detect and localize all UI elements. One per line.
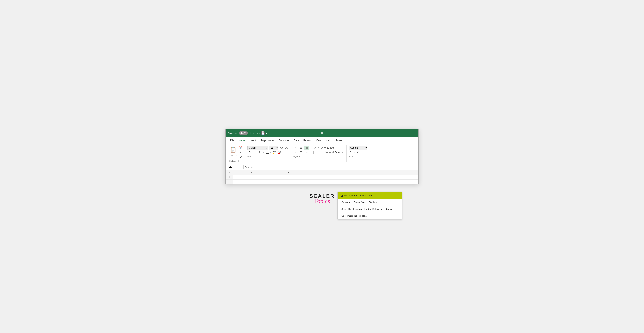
col-header-c[interactable]: C — [307, 170, 344, 175]
menu-data[interactable]: Data — [291, 138, 301, 143]
cancel-formula-button[interactable]: ✕ — [245, 165, 247, 168]
alignment-label: Alignment ⧉ — [293, 156, 344, 158]
redo-icon[interactable]: ↪ — [255, 131, 258, 135]
alignment-expand-icon[interactable]: ⧉ — [302, 156, 303, 158]
dollar-button[interactable]: $ — [348, 150, 353, 154]
percent-button[interactable]: % — [356, 150, 360, 154]
cell-e2[interactable] — [381, 180, 418, 184]
format-painter-button[interactable]: 🖌 — [238, 155, 244, 159]
increase-font-button[interactable]: A↑ — [279, 146, 284, 150]
number-label: Numb — [348, 156, 368, 158]
number-group: General $ ▾ % 9 Numb — [346, 145, 369, 162]
paste-button[interactable]: 📋 — [229, 146, 237, 154]
quick-access-toolbar: ↩ ▾ ↪ ▾ 💾 ▾ — [250, 131, 267, 135]
menu-help[interactable]: Help — [324, 138, 333, 143]
ribbon: 📋 Paste ▾ ✂️ ⧉ 🖌 Clipboard — [226, 144, 418, 164]
customize-qat-icon[interactable]: ▾ — [266, 132, 267, 134]
cell-d1[interactable] — [344, 175, 382, 180]
align-top-left-button[interactable]: ≡ — [293, 146, 298, 150]
formula-input[interactable] — [254, 165, 417, 169]
ctx-customize-qat[interactable]: Customize Quick Access Toolbar... — [338, 199, 402, 206]
menu-view[interactable]: View — [314, 138, 324, 143]
align-right-button[interactable]: ≡ — [304, 150, 309, 154]
alignment-group: ≡ ☰ ▤ ⤢ ▾ ⇌ Wrap Text ≡ ☰ ≡ ←| |→ ⊞ Me — [291, 145, 346, 162]
cell-c2[interactable] — [307, 180, 344, 184]
cell-d2[interactable] — [344, 180, 382, 184]
wrap-icon: ⇌ — [321, 146, 323, 149]
comma-button[interactable]: 9 — [361, 150, 366, 154]
menu-power[interactable]: Power — [333, 138, 345, 143]
italic-button[interactable]: I — [253, 150, 257, 154]
align-top-center-button[interactable]: ☰ — [299, 146, 304, 150]
copy-button[interactable]: ⧉ — [238, 150, 244, 154]
align-top-right-button[interactable]: ▤ — [304, 146, 309, 150]
col-header-d[interactable]: D — [344, 170, 382, 175]
align-center-button[interactable]: ☰ — [299, 150, 304, 154]
borders-button[interactable] — [265, 150, 270, 154]
insert-function-button[interactable]: fx — [251, 166, 252, 168]
underline-dropdown[interactable]: ▾ — [263, 151, 264, 153]
dollar-dropdown[interactable]: ▾ — [354, 151, 355, 153]
cell-a1[interactable] — [233, 175, 270, 180]
decrease-indent-button[interactable]: ←| — [310, 150, 315, 154]
number-format-select[interactable]: General — [348, 146, 368, 150]
name-box[interactable] — [227, 165, 242, 169]
border-icon — [266, 151, 269, 154]
merge-icon: ⊞ — [323, 151, 325, 154]
cell-e1[interactable] — [381, 175, 418, 180]
cell-a2[interactable] — [233, 180, 270, 184]
font-group: Calibri 11 A↑ A↓ B I U ▾ ▾ — [246, 145, 291, 162]
autosave-toggle[interactable]: ⬤ Off — [239, 131, 248, 135]
formula-controls: ✕ ✓ fx — [245, 165, 252, 168]
underline-button[interactable]: U — [258, 150, 262, 154]
font-expand-icon[interactable]: ⧉ — [252, 156, 253, 158]
excel-window: AutoSave ⬤ Off ↩ ▾ ↪ ▾ 💾 ▾ B File Home I… — [226, 129, 418, 184]
menu-review[interactable]: Review — [301, 138, 314, 143]
ctx-customize-ribbon[interactable]: Customize the Ribbon... — [338, 213, 402, 219]
cell-c1[interactable] — [307, 175, 344, 180]
menu-file[interactable]: File — [228, 138, 236, 143]
menu-formulas[interactable]: Formulas — [276, 138, 291, 143]
undo-icon[interactable]: ↩ — [250, 131, 252, 135]
merge-center-label: Merge & Center — [326, 151, 342, 154]
font-family-select[interactable]: Calibri — [247, 146, 268, 150]
clipboard-expand-icon[interactable]: ⧉ — [238, 160, 239, 162]
paste-dropdown[interactable]: ▾ — [236, 155, 236, 156]
increase-indent-button[interactable]: |→ — [316, 150, 321, 154]
borders-dropdown[interactable]: ▾ — [270, 151, 271, 153]
menu-insert[interactable]: Insert — [248, 138, 258, 143]
cell-b2[interactable] — [270, 180, 308, 184]
column-headers: ▲ A B C D E — [226, 170, 418, 175]
font-size-select[interactable]: 11 — [269, 146, 278, 150]
col-header-a[interactable]: A — [233, 170, 270, 175]
context-menu: Add to Quick Access Toolbar Customize Qu… — [337, 192, 402, 220]
autosave-label: AutoSave — [228, 132, 238, 135]
paste-label[interactable]: Paste ▾ — [230, 154, 236, 157]
clipboard-secondary-icons: ✂️ ⧉ 🖌 — [238, 146, 244, 159]
cell-b1[interactable] — [270, 175, 308, 180]
fill-color-button[interactable]: A▾ — [272, 150, 276, 154]
font-color-button[interactable]: A▾ — [277, 150, 282, 154]
redo-dropdown-icon[interactable]: ▾ — [259, 132, 260, 134]
save-icon[interactable]: 💾 — [261, 131, 265, 135]
wrap-text-button[interactable]: ⇌ Wrap Text — [320, 146, 335, 150]
menu-page-layout[interactable]: Page Layout — [258, 138, 276, 143]
undo-dropdown-icon[interactable]: ▾ — [253, 132, 254, 134]
ctx-show-qat-below[interactable]: Show Quick Access Toolbar Below the Ribb… — [338, 206, 402, 213]
merge-center-button[interactable]: ⊞ Merge & Center ▾ — [322, 150, 344, 154]
decrease-font-button[interactable]: A↓ — [284, 146, 289, 150]
ctx-add-to-qat[interactable]: Add to Quick Access Toolbar — [338, 192, 402, 199]
font-row2: B I U ▾ ▾ A▾ A▾ — [247, 150, 282, 154]
orientation-button[interactable]: ⤢ — [312, 146, 317, 150]
col-header-e[interactable]: E — [381, 170, 418, 175]
cut-button[interactable]: ✂️ — [238, 146, 244, 150]
orientation-dropdown[interactable]: ▾ — [318, 147, 319, 149]
confirm-formula-button[interactable]: ✓ — [248, 165, 250, 168]
font-row1: Calibri 11 A↑ A↓ — [247, 146, 289, 150]
align-left-button[interactable]: ≡ — [293, 150, 298, 154]
col-header-b[interactable]: B — [270, 170, 308, 175]
clipboard-label: Clipboard ⧉ — [229, 160, 244, 162]
menu-home[interactable]: Home — [236, 138, 248, 143]
merge-dropdown[interactable]: ▾ — [342, 151, 343, 153]
bold-button[interactable]: B — [247, 150, 252, 154]
